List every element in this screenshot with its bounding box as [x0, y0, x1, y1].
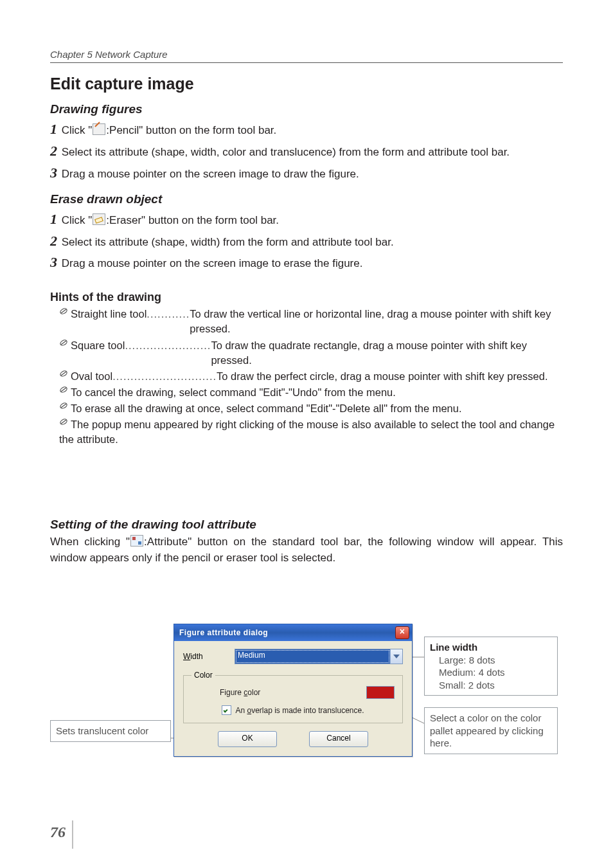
erase-step-1: 1 Click ":Eraser" button on the form too… — [50, 209, 563, 230]
callout-line: Small: 2 dots — [439, 679, 552, 692]
hint-delete-all: To erase all the drawing at once, select… — [59, 401, 563, 416]
draw-step-1: 1 Click ":Pencil" button on the form too… — [50, 119, 563, 140]
svg-marker-16 — [393, 655, 400, 658]
hint-label: Straight line tool — [71, 307, 147, 336]
dialog-title: Figure attribute dialog — [179, 628, 268, 637]
bullet-icon — [59, 338, 71, 368]
width-combobox[interactable]: Medium — [235, 649, 403, 664]
page-number: 76 — [50, 824, 66, 841]
attribute-icon — [130, 535, 143, 547]
figure-color-label: Figure color — [220, 688, 260, 697]
callout-color-picker: Select a color on the color pallet appea… — [424, 707, 558, 754]
hint-desc: To draw the quadrate rectangle, drag a m… — [211, 338, 563, 368]
hint-square: Square tool ........................ To … — [59, 338, 563, 368]
hint-desc: To draw the vertical line or horizontal … — [190, 307, 563, 336]
step-number: 3 — [50, 254, 57, 270]
callout-text: Select a color on the color pallet appea… — [430, 712, 544, 748]
heading-erase-object: Erase drawn object — [50, 192, 563, 206]
step-number: 1 — [50, 121, 57, 137]
hint-label: Square tool — [71, 338, 125, 368]
width-value: Medium — [235, 649, 390, 664]
hint-dots: ............ — [147, 307, 190, 336]
hint-text: To cancel the drawing, select command "E… — [71, 386, 396, 398]
callout-translucent: Sets translucent color — [50, 720, 171, 742]
erase-step-2: 2 Select its attribute (shape, width) fr… — [50, 231, 563, 251]
chevron-down-icon[interactable] — [390, 649, 402, 664]
step-number: 2 — [50, 233, 57, 249]
step-text-post: :Eraser" button on the form tool bar. — [106, 214, 279, 226]
callout-title: Line width — [430, 641, 552, 654]
page-title: Edit capture image — [50, 75, 563, 93]
hint-oval: Oval tool ............................. … — [59, 369, 563, 384]
callout-line: Large: 8 dots — [439, 654, 552, 667]
hint-dots: ............................. — [112, 369, 217, 384]
color-group-label: Color — [191, 671, 215, 680]
step-text-pre: Click " — [62, 124, 93, 136]
ok-button[interactable]: OK — [218, 731, 277, 747]
eraser-icon — [93, 213, 105, 225]
figure-attribute-dialog: Figure attribute dialog × Width Medium — [173, 624, 413, 757]
step-text: Select its attribute (shape, width, colo… — [62, 146, 510, 158]
bullet-icon — [59, 369, 71, 384]
step-text: Drag a mouse pointer on the screen image… — [62, 257, 363, 269]
figure-color-swatch[interactable] — [366, 686, 395, 699]
cancel-button[interactable]: Cancel — [309, 731, 368, 747]
color-group: Color Figure color An overlap is made in… — [183, 671, 403, 723]
hint-text: The popup menu appeared by right clickin… — [59, 419, 555, 445]
step-text: Select its attribute (shape, width) from… — [62, 236, 394, 248]
running-head: Chapter 5 Network Capture — [50, 49, 563, 63]
step-number: 1 — [50, 211, 57, 227]
dialog-titlebar[interactable]: Figure attribute dialog × — [174, 624, 412, 641]
hint-text: To erase all the drawing at once, select… — [71, 402, 462, 414]
width-label: Width — [183, 652, 235, 661]
hint-desc: To draw the perfect circle, drag a mouse… — [217, 369, 563, 384]
checkbox-label: An overlap is made into translucence. — [235, 706, 364, 715]
heading-hints: Hints of the drawing — [50, 291, 563, 304]
page-rule — [72, 820, 73, 849]
bullet-icon — [59, 401, 71, 410]
hint-dots: ........................ — [125, 338, 211, 368]
step-text-post: :Pencil" button on the form tool bar. — [106, 124, 276, 136]
para-pre: When clicking " — [50, 536, 130, 548]
step-number: 2 — [50, 143, 57, 159]
callout-line-width: Line width Large: 8 dots Medium: 4 dots … — [424, 637, 558, 696]
draw-step-2: 2 Select its attribute (shape, width, co… — [50, 141, 563, 161]
draw-step-3: 3 Drag a mouse pointer on the screen ima… — [50, 163, 563, 183]
hint-label: Oval tool — [71, 369, 112, 384]
callout-line: Medium: 4 dots — [439, 666, 552, 679]
step-text: Drag a mouse pointer on the screen image… — [62, 168, 359, 180]
erase-step-3: 3 Drag a mouse pointer on the screen ima… — [50, 252, 563, 273]
heading-drawing-figures: Drawing figures — [50, 102, 563, 116]
hint-popup-menu: The popup menu appeared by right clickin… — [59, 417, 563, 447]
hint-straight-line: Straight line tool ............ To draw … — [59, 307, 563, 336]
attr-paragraph: When clicking ":Attribute" button on the… — [50, 534, 563, 566]
bullet-icon — [59, 417, 71, 426]
close-button[interactable]: × — [395, 626, 409, 639]
callout-text: Sets translucent color — [56, 725, 148, 736]
hint-undo: To cancel the drawing, select command "E… — [59, 385, 563, 400]
bullet-icon — [59, 307, 71, 336]
step-number: 3 — [50, 165, 57, 181]
heading-attribute-setting: Setting of the drawing tool attribute — [50, 518, 563, 532]
close-icon: × — [400, 626, 405, 637]
step-text-pre: Click " — [62, 214, 93, 226]
pencil-icon — [93, 123, 105, 135]
bullet-icon — [59, 385, 71, 394]
translucence-checkbox[interactable] — [222, 705, 231, 715]
